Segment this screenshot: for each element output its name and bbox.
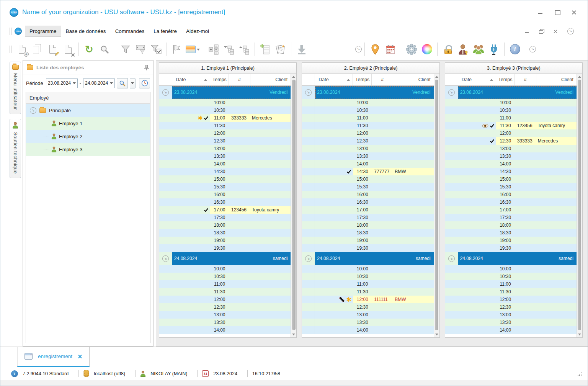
time-slot-row[interactable]: 11:00	[302, 114, 433, 122]
time-slot-row[interactable]: 10:30	[445, 273, 577, 280]
collapse-group-icon[interactable]: ↘	[305, 89, 312, 96]
info-icon[interactable]: i	[507, 41, 523, 58]
period-to-select[interactable]: 24.08.2024	[83, 79, 115, 88]
scroll-up-icon[interactable]	[292, 76, 295, 78]
time-slot-row[interactable]: 19:00	[302, 237, 433, 244]
menu-item-aidez-moi[interactable]: Aidez-moi	[181, 26, 214, 37]
time-slot-row[interactable]: 10:00	[159, 265, 291, 273]
time-slot-row[interactable]: 11:30	[159, 288, 291, 296]
resize-grip[interactable]	[577, 371, 581, 376]
time-slot-row[interactable]: 16:00	[445, 191, 577, 198]
time-slot-row[interactable]: 12:30	[302, 137, 433, 145]
expand-tree-icon[interactable]	[237, 41, 252, 58]
maximize-icon[interactable]	[555, 10, 560, 15]
time-slot-row[interactable]: 13:00	[445, 311, 577, 319]
date-group-header[interactable]: 24.08.2024samedi	[172, 252, 291, 265]
filter-icon[interactable]	[118, 41, 133, 58]
tree-node-principale[interactable]: ↘ Principale	[26, 104, 150, 117]
add-row-icon[interactable]	[258, 41, 273, 58]
toolbar-overflow-2-icon[interactable]: ↘	[529, 46, 536, 52]
time-slot-row[interactable]: 14:30	[445, 168, 577, 175]
period-search-button[interactable]	[117, 78, 128, 88]
time-slot-row[interactable]: 16:00	[159, 191, 291, 198]
column-header-client[interactable]: Client	[536, 74, 577, 85]
time-slot-row[interactable]: 13:30	[159, 319, 291, 326]
time-slot-row[interactable]: 13:30	[445, 319, 577, 326]
collapse-node-icon[interactable]: ↘	[30, 107, 36, 114]
time-slot-row[interactable]: 12:30333333Mercedes	[445, 137, 577, 145]
toolbar-overflow-icon[interactable]: ↘	[355, 46, 362, 52]
date-group-row[interactable]: ↘23.08.2024Vendredi	[159, 86, 291, 99]
time-slot-row[interactable]: 12:00	[302, 129, 433, 137]
flag-icon[interactable]	[170, 41, 185, 58]
time-slot-row[interactable]: 10:00	[445, 265, 577, 273]
tree-node-employee-3[interactable]: Employé 3	[26, 143, 150, 156]
lock-icon[interactable]	[440, 41, 456, 58]
menu-item-base-de-donn-es[interactable]: Base de données	[61, 26, 111, 37]
date-group-row[interactable]: ↘24.08.2024samedi	[302, 252, 433, 265]
time-slot-row[interactable]: 17:30	[159, 214, 291, 221]
time-slot-row[interactable]: 16:00	[302, 191, 433, 198]
scroll-down-icon[interactable]	[578, 334, 581, 335]
time-slot-row[interactable]: 10:30	[445, 106, 577, 114]
time-slot-row[interactable]: 18:30	[302, 229, 433, 237]
time-slot-row[interactable]: 11:00	[302, 280, 433, 288]
menu-item-la-fen-tre[interactable]: La fenêtre	[149, 26, 181, 37]
time-slot-row[interactable]: 17:00123456Toyota camry	[159, 206, 291, 214]
time-slot-row[interactable]: 10:30	[159, 106, 291, 114]
period-search-dropdown[interactable]	[130, 78, 136, 88]
time-slot-row[interactable]: 14:30777777BMW	[302, 168, 433, 175]
location-pin-icon[interactable]	[368, 41, 383, 58]
time-slot-row[interactable]: 11:30	[302, 122, 433, 129]
time-slot-row[interactable]: 11:00	[159, 280, 291, 288]
menu-overflow-icon[interactable]: ↘	[567, 28, 574, 34]
clock-button[interactable]	[139, 78, 150, 88]
filter-columns-icon[interactable]	[133, 41, 149, 58]
reports-icon[interactable]	[273, 41, 288, 58]
column-header-date[interactable]: Date	[458, 74, 496, 85]
time-slot-row[interactable]: 12:30	[445, 303, 577, 311]
scrollbar-thumb[interactable]	[292, 80, 296, 330]
time-slot-row[interactable]: 13:00	[445, 145, 577, 152]
time-slot-row[interactable]: 14:30	[159, 168, 291, 175]
collapse-tree-icon[interactable]	[221, 41, 237, 58]
delete-document-button[interactable]	[60, 41, 76, 58]
column-header-date[interactable]: Date	[172, 74, 210, 85]
download-icon[interactable]	[294, 41, 309, 58]
time-slot-row[interactable]: 12:00	[445, 129, 577, 137]
vertical-scrollbar[interactable]	[291, 74, 296, 337]
column-header-temps[interactable]: Temps	[496, 74, 515, 85]
menu-item-commandes[interactable]: Commandes	[111, 26, 149, 37]
time-slot-row[interactable]: 12:00111111BMW	[302, 296, 433, 303]
tab-close-icon[interactable]	[78, 354, 82, 359]
time-slot-row[interactable]: 15:00	[302, 175, 433, 183]
time-slot-row[interactable]: 16:30	[302, 198, 433, 206]
column-header-num[interactable]: #	[229, 74, 250, 85]
date-group-header[interactable]: 23.08.2024Vendredi	[315, 86, 433, 99]
menu-item-programme[interactable]: Programme	[25, 26, 61, 37]
scroll-up-icon[interactable]	[578, 76, 581, 78]
time-slot-row[interactable]: 14:00	[302, 326, 433, 334]
tree-column-header[interactable]: Employé	[26, 92, 150, 104]
date-group-row[interactable]: ↘23.08.2024Vendredi	[445, 86, 577, 99]
time-slot-row[interactable]: 18:00	[302, 221, 433, 229]
vertical-scrollbar[interactable]	[434, 74, 439, 337]
time-slot-row[interactable]: 17:30	[302, 214, 433, 221]
scrollbar-thumb[interactable]	[578, 80, 581, 330]
time-slot-row[interactable]: 12:00	[159, 129, 291, 137]
collapse-group-icon[interactable]: ↘	[305, 255, 312, 262]
time-slot-row[interactable]: 11:30	[159, 122, 291, 129]
time-slot-row[interactable]: 13:30	[302, 152, 433, 160]
time-slot-row[interactable]: 17:00	[302, 206, 433, 214]
time-slot-row[interactable]: 14:00	[159, 326, 291, 334]
column-header-num[interactable]: #	[515, 74, 536, 85]
tree-node-employee-1[interactable]: Employé 1	[26, 117, 150, 130]
date-group-header[interactable]: 24.08.2024samedi	[315, 252, 433, 265]
time-slot-row[interactable]: 19:30	[445, 244, 577, 252]
time-slot-row[interactable]: 11:00	[445, 114, 577, 122]
tab-support[interactable]: Soutien technique	[10, 119, 21, 178]
time-slot-row[interactable]: 15:30	[445, 183, 577, 191]
expand-nodes-icon[interactable]	[206, 41, 221, 58]
time-slot-row[interactable]: 16:30	[445, 198, 577, 206]
date-group-header[interactable]: 23.08.2024Vendredi	[458, 86, 577, 99]
